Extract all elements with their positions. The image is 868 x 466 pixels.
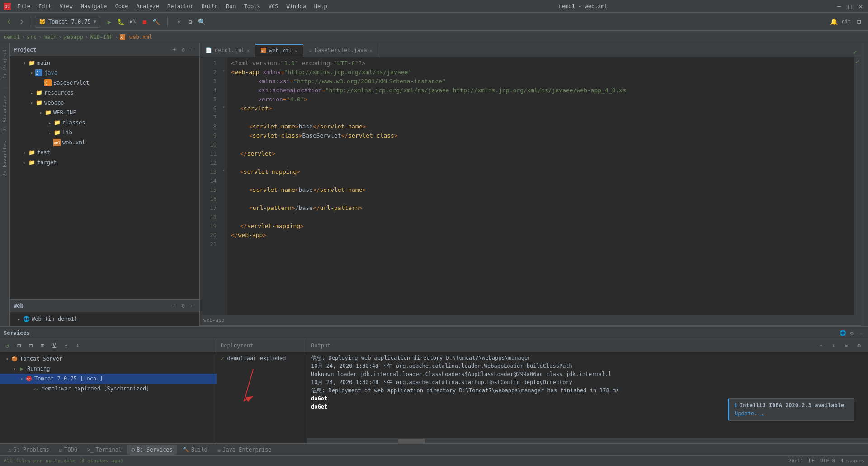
services-toolbar[interactable]: ↺ ⊞ ⊟ ⊞ ⊻ ↕ + (0, 339, 217, 352)
menu-build[interactable]: Build (198, 2, 222, 10)
menu-analyze[interactable]: Analyze (132, 2, 163, 10)
services-minimize-icon[interactable]: − (857, 329, 864, 337)
tree-item-web-in-demo1[interactable]: ▸ 🌐 Web (in demo1) (10, 314, 199, 324)
services-sort-btn[interactable]: ↕ (61, 340, 71, 351)
run-config-selector[interactable]: 🐱 Tomcat 7.0.75 ▼ (35, 16, 100, 28)
tree-item-baseservlet[interactable]: C BaseServlet (10, 78, 199, 88)
fold-servlet[interactable]: ▾ (220, 102, 227, 111)
services-item-running[interactable]: ▾ ▶ Running (0, 364, 217, 374)
build-tab[interactable]: 🔨 Build (178, 445, 212, 455)
services-group-btn[interactable]: ⊞ (37, 340, 48, 351)
panel-action-icons[interactable]: + ⚙ − (170, 46, 196, 53)
menu-refactor[interactable]: Refactor (164, 2, 197, 10)
services-tab[interactable]: ⚙ 8: Services (127, 445, 177, 455)
expand-arrow-java[interactable]: ▾ (28, 69, 35, 76)
layout-button[interactable]: ⊞ (854, 16, 864, 27)
fold-servlet-mapping[interactable]: ▾ (220, 166, 227, 175)
output-scroll-down[interactable]: ↓ (828, 340, 839, 351)
expand-arrow-webapp[interactable]: ▾ (28, 99, 35, 106)
close-tab-webxml[interactable]: ✕ (295, 48, 297, 53)
menu-file[interactable]: File (14, 2, 34, 10)
expand-arrow-resources[interactable]: ▸ (28, 89, 35, 96)
minimize-panel-icon[interactable]: − (189, 46, 196, 53)
search-everywhere-button[interactable]: 🔍 (197, 16, 208, 27)
services-header-icons[interactable]: 🌐 ⚙ − (839, 329, 864, 337)
todo-tab[interactable]: ☑ TODO (55, 445, 82, 455)
code-content[interactable]: <?xml version="1.0" encoding="UTF-8"?> <… (227, 57, 854, 315)
run-button[interactable]: ▶ (104, 16, 115, 27)
close-button[interactable]: ✕ (857, 3, 864, 10)
output-scroll-up[interactable]: ↑ (816, 340, 826, 351)
menu-view[interactable]: View (56, 2, 76, 10)
services-expand-all-btn[interactable]: ⊞ (14, 340, 24, 351)
menu-window[interactable]: Window (283, 2, 309, 10)
menu-navigate[interactable]: Navigate (77, 2, 111, 10)
close-tab-baseservlet[interactable]: ✕ (370, 48, 373, 53)
terminal-tab[interactable]: >_ Terminal (83, 445, 126, 455)
tab-demo1iml[interactable]: 📄 demo1.iml ✕ (200, 44, 255, 57)
services-filter-btn[interactable]: ⊻ (49, 340, 60, 351)
update-button[interactable]: ↻ (173, 16, 184, 27)
breadcrumb-webinf[interactable]: WEB-INF (90, 34, 113, 40)
menu-run[interactable]: Run (222, 2, 240, 10)
expand-arrow-main[interactable]: ▾ (21, 59, 28, 67)
services-collapse-all-btn[interactable]: ⊟ (25, 340, 36, 351)
breadcrumb-project[interactable]: demo1 (4, 34, 20, 40)
menu-tools[interactable]: Tools (241, 2, 264, 10)
menu-vcs[interactable]: VCS (265, 2, 282, 10)
services-settings-icon[interactable]: ⚙ (848, 329, 855, 337)
tab-webxml[interactable]: x web.xml ✕ (255, 44, 303, 57)
services-add-btn[interactable]: + (72, 340, 83, 351)
breadcrumb-src[interactable]: src (27, 34, 37, 40)
maximize-button[interactable]: □ (846, 3, 854, 10)
tree-item-main[interactable]: ▾ 📁 main (10, 58, 199, 68)
notifications-button[interactable]: 🔔 (828, 16, 839, 27)
tree-item-webapp[interactable]: ▾ 📁 webapp (10, 98, 199, 108)
tree-item-target[interactable]: ▸ 📁 target (10, 157, 199, 167)
breadcrumb-main[interactable]: main (43, 34, 57, 40)
tree-item-webxml[interactable]: xml web.xml (10, 138, 199, 147)
problems-tab[interactable]: ⚠ 6: Problems (4, 445, 54, 455)
minimize-button[interactable]: ─ (835, 3, 843, 10)
tree-item-lib[interactable]: ▸ 📁 lib (10, 128, 199, 138)
build-button[interactable]: 🔨 (151, 16, 162, 27)
services-item-tomcat-instance[interactable]: ▾ TC Tomcat 7.0.75 [local] (0, 374, 217, 384)
output-scrollbar[interactable] (307, 438, 868, 443)
menu-bar[interactable]: File Edit View Navigate Code Analyze Ref… (14, 2, 331, 10)
menu-code[interactable]: Code (112, 2, 132, 10)
back-button[interactable] (4, 16, 14, 27)
menu-help[interactable]: Help (311, 2, 331, 10)
run-with-coverage[interactable]: ▶% (127, 16, 138, 27)
services-globe-icon[interactable]: 🌐 (839, 329, 846, 337)
web-settings-icon[interactable]: ⚙ (179, 302, 187, 309)
add-icon[interactable]: + (170, 46, 178, 53)
breadcrumb-webapp[interactable]: webapp (63, 34, 83, 40)
services-restart-btn[interactable]: ↺ (2, 340, 13, 351)
favorites-tool-button[interactable]: 2: Favorites (1, 139, 9, 178)
close-tab-demo1iml[interactable]: ✕ (247, 48, 250, 53)
java-enterprise-tab[interactable]: ☕ Java Enterprise (213, 445, 276, 455)
services-item-deployment[interactable]: ✓✓ demo1:war exploded [Synchronized] (0, 384, 217, 394)
stop-button[interactable]: ■ (139, 16, 150, 27)
fold-webapp[interactable]: ▾ (220, 66, 227, 75)
services-item-tomcat-server[interactable]: ▾ T Tomcat Server (0, 354, 217, 364)
breadcrumb-file[interactable]: X web.xml (120, 34, 152, 40)
debug-button[interactable]: 🐛 (116, 16, 127, 27)
web-align-icon[interactable]: ≡ (170, 302, 178, 309)
tree-item-java[interactable]: ▾ J java (10, 68, 199, 78)
structure-tool-button[interactable]: 7: Structure (1, 94, 9, 133)
notification-update-link[interactable]: Update... (735, 410, 764, 417)
tab-baseservlet[interactable]: ☕ BaseServlet.java ✕ (303, 44, 378, 57)
expand-arrow-webinf[interactable]: ▾ (37, 109, 44, 116)
settings-button[interactable]: ⚙ (185, 16, 196, 27)
forward-button[interactable] (16, 16, 27, 27)
tree-item-webinf[interactable]: ▾ 📁 WEB-INF (10, 108, 199, 118)
menu-edit[interactable]: Edit (35, 2, 55, 10)
output-clear[interactable]: ✕ (841, 340, 852, 351)
web-minimize-icon[interactable]: − (189, 302, 196, 309)
output-settings[interactable]: ⚙ (854, 340, 864, 351)
tree-item-resources[interactable]: ▸ 📁 resources (10, 88, 199, 98)
git-button[interactable]: git (841, 16, 852, 27)
tree-item-classes[interactable]: ▸ 📁 classes (10, 118, 199, 128)
tree-item-test[interactable]: ▸ 📁 test (10, 147, 199, 157)
